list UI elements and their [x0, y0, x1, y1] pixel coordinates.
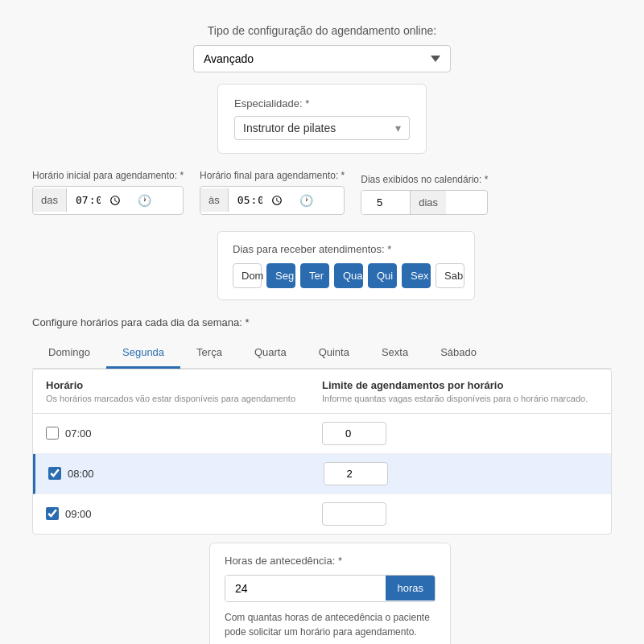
- limit-cell-0800: [324, 462, 599, 485]
- horas-suffix: horas: [386, 576, 435, 601]
- especialidade-select[interactable]: Instrutor de pilates ▾: [234, 116, 410, 140]
- checkbox-0800[interactable]: [48, 467, 61, 480]
- table-row: 09:00: [33, 494, 611, 534]
- tab-terca[interactable]: Terça: [180, 338, 238, 369]
- especialidade-card: Especialidade: * Instrutor de pilates ▾: [217, 84, 427, 154]
- horario-final-wrapper: às 🕐: [200, 186, 345, 215]
- col-limite-header: Limite de agendamentos por horário Infor…: [322, 379, 598, 403]
- checkbox-time-0800: 08:00: [48, 467, 324, 480]
- clock-icon-final: 🕐: [293, 188, 320, 213]
- day-btn-seg[interactable]: Seg: [266, 263, 295, 288]
- antecedencia-card: Horas de antecedência: * horas Com quant…: [209, 543, 451, 644]
- horario-final-label: Horário final para agendamento: *: [200, 170, 345, 181]
- limit-input-0700[interactable]: [322, 422, 386, 445]
- horario-final-group: Horário final para agendamento: * às 🕐: [200, 170, 345, 215]
- limit-input-0900[interactable]: [322, 502, 386, 526]
- checkbox-time-0900: 09:00: [46, 507, 322, 520]
- dias-calendario-input[interactable]: [361, 191, 410, 214]
- antecedencia-input[interactable]: [225, 576, 386, 601]
- tab-segunda[interactable]: Segunda: [106, 338, 180, 369]
- tipo-select[interactable]: Avançado: [193, 45, 451, 72]
- limit-input-0800[interactable]: [324, 462, 388, 485]
- horario-final-prefix: às: [200, 188, 229, 212]
- especialidade-label: Especialidade: *: [234, 97, 410, 109]
- tab-sabado[interactable]: Sábado: [424, 338, 493, 369]
- dias-calendario-group: Dias exibidos no calendário: * dias: [361, 174, 488, 215]
- col-horario-title: Horário: [46, 379, 322, 391]
- table-row: 08:00: [33, 454, 611, 494]
- tab-sexta[interactable]: Sexta: [365, 338, 424, 369]
- table-header: Horário Os horários marcados vão estar d…: [33, 369, 611, 414]
- antecedencia-desc: Com quantas horas de antecedência o paci…: [225, 610, 436, 639]
- table-row: 07:00: [33, 414, 611, 454]
- tabs-container: Domingo Segunda Terça Quarta Quinta Sext…: [32, 338, 612, 369]
- col-limite-title: Limite de agendamentos por horário: [322, 379, 598, 391]
- antecedencia-input-wrapper: horas: [225, 575, 436, 602]
- especialidade-value: Instrutor de pilates: [243, 122, 336, 134]
- tab-quinta[interactable]: Quinta: [303, 338, 365, 369]
- config-section: Configure horários para cada dia da sema…: [32, 316, 612, 535]
- limit-cell-0700: [322, 422, 598, 445]
- day-btn-dom[interactable]: Dom: [233, 263, 262, 288]
- checkbox-time-0700: 07:00: [46, 427, 322, 440]
- clock-icon-inicial: 🕐: [131, 188, 158, 213]
- chevron-down-icon: ▾: [395, 122, 401, 134]
- horario-inicial-input[interactable]: [67, 187, 131, 214]
- dias-suffix: dias: [410, 191, 446, 214]
- header-section: Tipo de configuração do agendamento onli…: [32, 24, 612, 154]
- horario-inicial-prefix: das: [33, 188, 67, 212]
- horario-inicial-label: Horário inicial para agendamento: *: [32, 170, 184, 181]
- tab-domingo[interactable]: Domingo: [32, 338, 106, 369]
- day-btn-ter[interactable]: Ter: [300, 263, 329, 288]
- horario-inicial-group: Horário inicial para agendamento: * das …: [32, 170, 184, 215]
- day-btn-qui[interactable]: Qui: [368, 263, 397, 288]
- time-label-0900: 09:00: [65, 508, 92, 520]
- tipo-label: Tipo de configuração do agendamento onli…: [208, 24, 436, 37]
- checkbox-0900[interactable]: [46, 507, 59, 520]
- day-btn-sex[interactable]: Sex: [402, 263, 431, 288]
- col-horario-desc: Os horários marcados vão estar disponíve…: [46, 394, 322, 403]
- day-buttons: Dom Seg Ter Qua Qui Sex Sab: [233, 263, 460, 288]
- day-btn-sab[interactable]: Sab: [436, 263, 464, 288]
- dias-atendimento-label: Dias para receber atendimentos: *: [233, 243, 460, 255]
- tab-quarta[interactable]: Quarta: [238, 338, 303, 369]
- horario-final-input[interactable]: [229, 187, 293, 214]
- time-label-0800: 08:00: [68, 468, 94, 480]
- day-btn-qua[interactable]: Qua: [334, 263, 363, 288]
- antecedencia-label: Horas de antecedência: *: [225, 555, 436, 567]
- horario-row: Horário inicial para agendamento: * das …: [32, 170, 612, 215]
- col-horario-header: Horário Os horários marcados vão estar d…: [46, 379, 322, 403]
- dias-calendario-label: Dias exibidos no calendário: *: [361, 174, 488, 185]
- config-label: Configure horários para cada dia da sema…: [32, 316, 612, 328]
- time-label-0700: 07:00: [65, 427, 92, 440]
- dias-atendimento-card: Dias para receber atendimentos: * Dom Se…: [217, 231, 475, 300]
- dias-calendario-wrapper: dias: [361, 190, 488, 215]
- schedule-table: Horário Os horários marcados vão estar d…: [32, 369, 612, 535]
- col-limite-desc: Informe quantas vagas estarão disponívei…: [322, 394, 598, 403]
- checkbox-0700[interactable]: [46, 427, 59, 440]
- limit-cell-0900: [322, 502, 598, 526]
- horario-inicial-wrapper: das 🕐: [32, 186, 184, 215]
